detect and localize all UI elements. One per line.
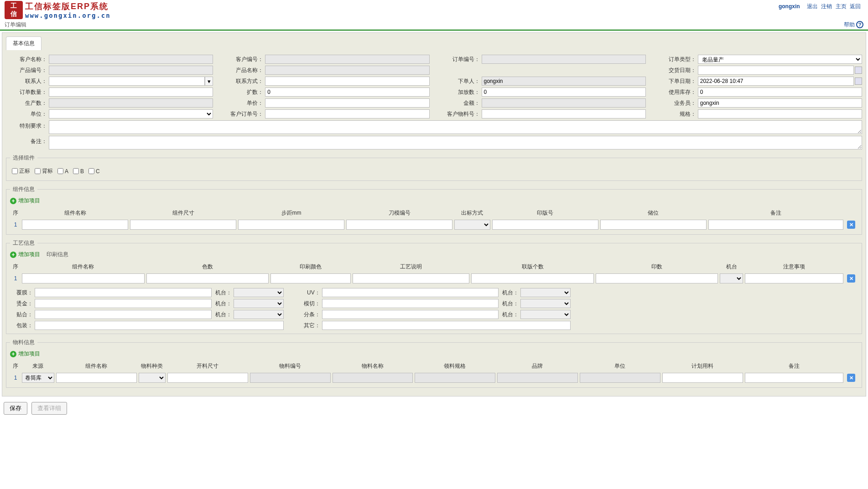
process-info-fieldset: 工艺信息 +增加项目印刷信息 序 组件名称 色数 印刷颜色 工艺说明 联版个数 …: [6, 239, 862, 334]
proc-note-input[interactable]: [745, 273, 843, 283]
comp-name-input[interactable]: [22, 220, 128, 230]
help-link[interactable]: 帮助: [844, 21, 855, 28]
order-person-input[interactable]: [482, 77, 646, 86]
comp-pos-input[interactable]: [600, 220, 707, 230]
add-component-button[interactable]: +增加项目: [10, 197, 40, 205]
chk-front[interactable]: [12, 168, 18, 174]
delete-row-button[interactable]: ✕: [847, 374, 855, 382]
mat-no-input[interactable]: [250, 373, 331, 383]
mat-remark-input[interactable]: [745, 373, 843, 383]
split-machine-select[interactable]: [520, 310, 571, 319]
diecut-machine-select[interactable]: [520, 299, 571, 308]
uv-input[interactable]: [322, 288, 499, 297]
comp-size-input[interactable]: [130, 220, 236, 230]
proc-printcolor-input[interactable]: [270, 273, 351, 283]
cust-name-input[interactable]: [49, 55, 213, 64]
add-material-button[interactable]: +增加项目: [10, 350, 40, 358]
col-matno: 物料编号: [249, 360, 332, 372]
mat-source-select[interactable]: 卷筒库: [22, 373, 54, 383]
pack-input[interactable]: [35, 321, 284, 330]
comp-step-input[interactable]: [238, 220, 344, 230]
proc-name-input[interactable]: [22, 273, 145, 283]
mat-matname-input[interactable]: [333, 373, 413, 383]
mat-unit-input[interactable]: [580, 373, 660, 383]
mat-cut-input[interactable]: [167, 373, 248, 383]
comp-plate-input[interactable]: [492, 220, 598, 230]
delete-row-button[interactable]: ✕: [847, 274, 855, 283]
proc-joint-input[interactable]: [471, 273, 594, 283]
proc-colors-input[interactable]: [146, 273, 269, 283]
save-button[interactable]: 保存: [4, 402, 27, 415]
order-type-select[interactable]: 老品量产: [698, 55, 862, 64]
proc-printqty-input[interactable]: [596, 273, 718, 283]
add-qty-input[interactable]: [482, 88, 646, 97]
comp-remark-input[interactable]: [708, 220, 843, 230]
mat-brand-input[interactable]: [497, 373, 578, 383]
film-machine-select[interactable]: [234, 288, 284, 297]
mat-plan-input[interactable]: [662, 373, 743, 383]
calendar-icon[interactable]: [855, 77, 862, 85]
paste-machine-select[interactable]: [234, 310, 284, 319]
chk-back[interactable]: [35, 168, 41, 174]
proc-desc-input[interactable]: [353, 273, 469, 283]
cust-no-input[interactable]: [265, 55, 429, 64]
order-no-input[interactable]: [482, 55, 646, 64]
logout-link[interactable]: 退出: [807, 3, 818, 10]
other-input[interactable]: [322, 321, 571, 330]
help-icon[interactable]: ?: [856, 21, 863, 28]
chk-front-label[interactable]: 正标: [12, 167, 30, 175]
prod-no-input[interactable]: [49, 66, 213, 75]
mat-name-input[interactable]: [56, 373, 137, 383]
split-input[interactable]: [322, 310, 499, 319]
calendar-icon[interactable]: [855, 67, 862, 74]
uv-machine-select[interactable]: [520, 288, 571, 297]
spec-input[interactable]: [698, 109, 862, 118]
paste-input[interactable]: [35, 310, 212, 319]
proc-machine-select[interactable]: [720, 273, 743, 283]
tab-basic[interactable]: 基本信息: [6, 36, 42, 50]
add-process-button[interactable]: +增加项目印刷信息: [10, 251, 68, 258]
chk-b-label[interactable]: B: [73, 167, 84, 175]
home-link[interactable]: 主页: [836, 3, 847, 10]
prod-qty-input[interactable]: [49, 98, 213, 108]
comp-die-input[interactable]: [346, 220, 452, 230]
mat-spec-input[interactable]: [415, 373, 495, 383]
chk-b[interactable]: [73, 168, 79, 174]
unit-price-input[interactable]: [265, 98, 429, 108]
deliv-date-input[interactable]: [698, 66, 854, 75]
hot-machine-select[interactable]: [234, 299, 284, 308]
prod-name-input[interactable]: [265, 66, 429, 75]
cust-mat-no-input[interactable]: [482, 109, 646, 118]
chk-a-label[interactable]: A: [57, 167, 68, 175]
mat-kind-select[interactable]: [139, 373, 166, 383]
diecut-input[interactable]: [322, 299, 499, 308]
expand-input[interactable]: [265, 88, 429, 97]
col-cut: 开料尺寸: [166, 360, 249, 372]
cust-order-no-input[interactable]: [265, 109, 429, 118]
back-link[interactable]: 返回: [850, 3, 861, 10]
use-stock-input[interactable]: [698, 88, 862, 97]
col-kind: 物料种类: [138, 360, 166, 372]
order-qty-input[interactable]: [49, 88, 213, 97]
salesman-input[interactable]: [698, 98, 862, 108]
header-links: gongxin 退出 注销 主页 返回: [777, 1, 863, 12]
special-req-textarea[interactable]: [49, 120, 862, 134]
delete-row-button[interactable]: ✕: [847, 221, 855, 229]
order-date-input[interactable]: [698, 77, 854, 86]
chk-c-label[interactable]: C: [88, 167, 100, 175]
amount-input[interactable]: [482, 98, 646, 108]
hot-input[interactable]: [35, 299, 212, 308]
contact-way-input[interactable]: [265, 77, 429, 86]
comp-out-select[interactable]: [454, 220, 490, 230]
film-input[interactable]: [35, 288, 212, 297]
contact-dropdown-button[interactable]: ▾: [205, 77, 213, 86]
chk-a[interactable]: [57, 168, 63, 174]
contact-input[interactable]: [49, 77, 205, 86]
unit-select[interactable]: [49, 109, 213, 118]
cancel-link[interactable]: 注销: [821, 3, 832, 10]
chk-back-label[interactable]: 背标: [35, 167, 53, 175]
detail-button[interactable]: 查看详细: [31, 402, 67, 415]
chk-c[interactable]: [88, 168, 94, 174]
order-no-label: 订单编号：: [439, 56, 480, 63]
remark-textarea[interactable]: [49, 136, 862, 149]
